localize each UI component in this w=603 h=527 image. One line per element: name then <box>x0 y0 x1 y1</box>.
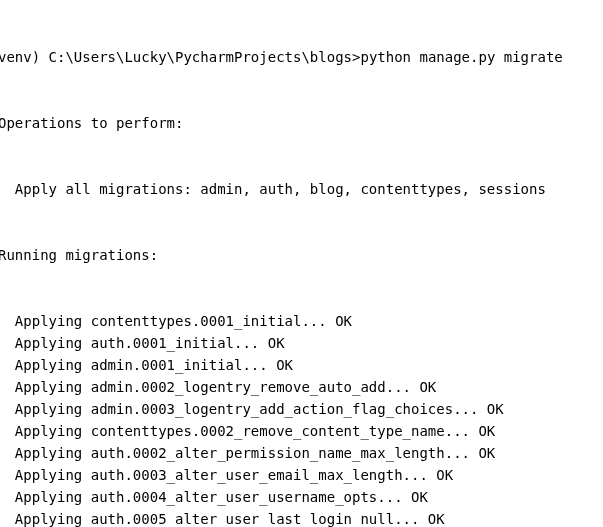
cwd-path: C:\Users\Lucky\PycharmProjects\blogs <box>49 49 352 65</box>
command-text: python manage.py migrate <box>360 49 562 65</box>
prompt-line-1: venv) C:\Users\Lucky\PycharmProjects\blo… <box>0 46 603 68</box>
migration-line: Applying admin.0003_logentry_add_action_… <box>0 398 603 420</box>
migration-line: Applying contenttypes.0002_remove_conten… <box>0 420 603 442</box>
apply-all-line: Apply all migrations: admin, auth, blog,… <box>0 178 603 200</box>
migration-line: Applying auth.0005_alter_user_last_login… <box>0 508 603 527</box>
ops-header: Operations to perform: <box>0 112 603 134</box>
running-header: Running migrations: <box>0 244 603 266</box>
migration-line: Applying contenttypes.0001_initial... OK <box>0 310 603 332</box>
migrations-list: Applying contenttypes.0001_initial... OK… <box>0 310 603 527</box>
venv-prefix: venv) <box>0 49 49 65</box>
migration-line: Applying admin.0001_initial... OK <box>0 354 603 376</box>
migration-line: Applying auth.0004_alter_user_username_o… <box>0 486 603 508</box>
terminal[interactable]: venv) C:\Users\Lucky\PycharmProjects\blo… <box>0 0 603 527</box>
migration-line: Applying admin.0002_logentry_remove_auto… <box>0 376 603 398</box>
migration-line: Applying auth.0001_initial... OK <box>0 332 603 354</box>
migration-line: Applying auth.0002_alter_permission_name… <box>0 442 603 464</box>
migration-line: Applying auth.0003_alter_user_email_max_… <box>0 464 603 486</box>
